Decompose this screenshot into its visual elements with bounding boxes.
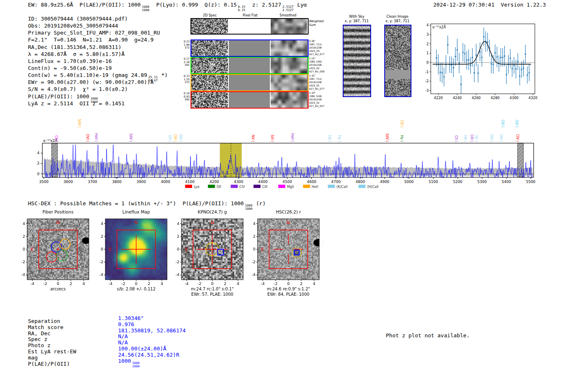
info-line: P(LAE)/P(OII): 100010001000 [28, 93, 168, 100]
svg-text:arcsecs: arcsecs [50, 287, 66, 291]
table-row-value: 100010001000 [118, 358, 140, 369]
table-row-label: Spec z [28, 336, 47, 342]
svg-text:4500: 4500 [283, 180, 292, 184]
svg-text:-4: -4 [261, 281, 265, 286]
svg-text:OIII (: OIII ( [515, 120, 518, 128]
svg-text:s/b: 2.08 +/- 0.112: s/b: 2.08 +/- 0.112 [117, 287, 156, 291]
svg-text:m:24.7 rc:1.0" s:0.1": m:24.7 rc:1.0" s:0.1" [191, 287, 234, 291]
info-line: λ = 4268.67Å σ = 5.80(±1.57)Å [28, 51, 168, 58]
stacked-fraction: 10001000 [245, 204, 252, 211]
table-row-label: Separation [28, 318, 60, 324]
svg-text:0: 0 [23, 247, 25, 251]
twod-col-header: Pixel Flat [234, 14, 267, 17]
info-line: LineFlux = 1.70(±0.39)e-16 [28, 58, 168, 65]
svg-text:4100: 4100 [185, 180, 195, 184]
svg-text:m:24.6 re:0.9" s:1.2": m:24.6 re:0.9" s:1.2" [267, 287, 310, 291]
svg-text:2: 2 [427, 42, 429, 46]
svg-text:4: 4 [23, 221, 25, 226]
info-line: RA,Dec (181.351364,52.086311) [28, 44, 168, 51]
svg-text:4260: 4260 [472, 96, 481, 100]
svg-text:4: 4 [37, 151, 39, 155]
svg-text:HSC(26.2) r: HSC(26.2) r [276, 209, 301, 214]
twod-row-weights: 0.131.25372 [181, 75, 190, 84]
table-row-label: RA, Dec [28, 330, 51, 336]
svg-text:-2: -2 [176, 260, 179, 264]
twod-col-header: Smoothed [272, 14, 304, 17]
svg-text:CIV: CIV [239, 185, 245, 189]
hsc-dex-summary: HSC-DEX : Possible Matches = 1 (within +… [28, 200, 266, 211]
twod-divider [228, 58, 229, 73]
with-sky-image [343, 25, 371, 97]
svg-text:4900: 4900 [380, 180, 389, 184]
twod-row-smoothed [271, 58, 307, 73]
kpno-g-image [181, 219, 243, 280]
info-line: Obs: 20191208v025_3005079444 [28, 23, 168, 30]
svg-text:4: 4 [313, 281, 315, 286]
full-spectrum-plot: 3500360037003800390040004100420043004400… [37, 110, 551, 193]
svg-text:Hδ (: Hδ ( [327, 135, 331, 142]
svg-text:HeII (: HeII ( [290, 133, 294, 142]
svg-text:2: 2 [253, 234, 255, 239]
svg-text:4400: 4400 [258, 180, 268, 184]
twod-row-smoothed [271, 92, 307, 108]
svg-text:EWr: 57, PLAE: 1000: EWr: 57, PLAE: 1000 [191, 292, 233, 297]
svg-text:-2: -2 [425, 79, 429, 83]
svg-text:1: 1 [427, 51, 429, 55]
twod-row-weights: 0.100.93392 [181, 92, 190, 102]
svg-text:4: 4 [237, 281, 239, 286]
svg-text:CIII (: CIII ( [470, 135, 474, 142]
twod-row-smoothed [271, 75, 307, 90]
info-line: ID: 3005079444 (3005079444.pdf) [28, 16, 168, 23]
svg-text:-1: -1 [425, 70, 429, 74]
svg-text:2: 2 [23, 234, 25, 239]
twod-row-spec [191, 92, 228, 108]
svg-text:-4: -4 [109, 281, 112, 286]
info-line: S/N = 4.9(±0.7) χ² = 1.0(±0.2) [28, 86, 168, 93]
twod-row-weights: 0.231.94372 [181, 40, 190, 50]
svg-text:-4: -4 [185, 281, 188, 286]
table-row-label: Match score [28, 324, 63, 330]
svg-text:-4: -4 [100, 272, 103, 277]
svg-text:4320: 4320 [529, 96, 538, 100]
with-sky-title: With Sky [342, 14, 371, 19]
table-row-value: 0.976 [118, 321, 134, 327]
svg-text:4600: 4600 [307, 180, 316, 184]
svg-text:2: 2 [70, 281, 72, 286]
stacked-fraction: 2.51272.5127 [282, 5, 293, 12]
report-summary-header: EW: 88.9±25.6Å P(LAE)/P(OII): 1000100010… [28, 1, 307, 12]
svg-text:Hδ (: Hδ ( [463, 135, 467, 142]
table-row-label: mag [28, 355, 37, 361]
table-row-value: 24.56(24.51,24.62)R [118, 352, 179, 358]
svg-text:CIII (: CIII ( [400, 120, 404, 128]
svg-text:4220: 4220 [434, 96, 443, 100]
svg-text:(H)CaII: (H)CaII [367, 185, 378, 189]
svg-text:4800: 4800 [355, 180, 365, 184]
svg-text:SiIV (: SiIV ( [129, 133, 132, 142]
svg-text:OIII (: OIII ( [490, 134, 493, 142]
elixer-report-page: { "meta": { "timestamp": "2024-12-29 07:… [0, 0, 576, 392]
svg-text:HeII: HeII [312, 185, 318, 189]
svg-text:2: 2 [224, 281, 226, 286]
lineflux-map-image [105, 219, 167, 280]
svg-text:Hγ (: Hγ ( [337, 135, 341, 142]
svg-text:CII (: CII ( [54, 135, 58, 142]
table-row-value: 181.350819, 52.086174 [118, 327, 186, 334]
svg-text:-4: -4 [176, 272, 179, 277]
svg-text:4700: 4700 [331, 180, 341, 184]
svg-text:3600: 3600 [63, 180, 73, 184]
svg-text:2: 2 [148, 281, 150, 286]
svg-text:4200: 4200 [209, 180, 219, 184]
svg-text:2: 2 [177, 234, 179, 239]
twod-row-spec [191, 58, 228, 73]
info-line: Cont(w) = 5.40(±1.10)e-19 (gmag 24.8925.… [28, 72, 168, 79]
svg-text:-3: -3 [425, 88, 429, 93]
table-row-value: 1.30346" [118, 315, 144, 321]
twod-row-spec [191, 40, 228, 56]
svg-text:0: 0 [177, 247, 179, 251]
svg-text:MgII: MgII [287, 185, 294, 189]
svg-text:5400: 5400 [502, 180, 511, 184]
twod-row-annotation: 1.32"(387, 711)20191208v025_01027_RU_077 [309, 74, 324, 90]
svg-text:e⁻¹⁷x2Å: e⁻¹⁷x2Å [432, 25, 446, 29]
svg-text:HeII (: HeII ( [94, 133, 98, 142]
svg-text:3900: 3900 [137, 180, 146, 184]
